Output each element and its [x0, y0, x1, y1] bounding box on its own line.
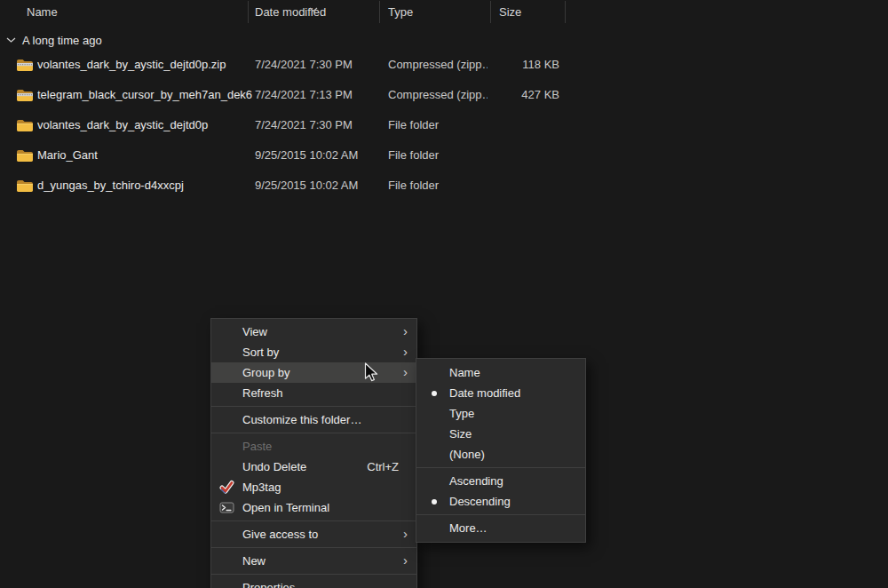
menu-item-label: Refresh	[242, 386, 283, 400]
mp3tag-icon	[219, 480, 234, 495]
radio-bullet-icon	[432, 391, 437, 396]
menu-item-label: Give access to	[242, 528, 318, 541]
menu-item-label: Ascending	[449, 474, 503, 488]
menu-item-descending[interactable]: Descending	[416, 491, 585, 512]
file-type: File folder	[388, 110, 488, 140]
group-header-label: A long time ago	[22, 34, 102, 47]
menu-separator	[416, 514, 585, 515]
menu-item-new[interactable]: New›	[211, 551, 416, 571]
group-by-submenu: NameDate modifiedTypeSize(None)Ascending…	[416, 358, 586, 543]
file-row[interactable]: telegram_black_cursor_by_meh7an_dek6…7/2…	[0, 80, 888, 110]
menu-item-label: Sort by	[242, 346, 279, 359]
file-row[interactable]: volantes_dark_by_aystic_dejtd0p7/24/2021…	[0, 110, 888, 140]
file-size: 118 KB	[491, 50, 559, 80]
menu-item-group-by[interactable]: Group by›	[211, 362, 416, 383]
menu-item-label: Type	[449, 407, 474, 420]
menu-item-label: Group by	[242, 366, 289, 379]
menu-item-label: Customize this folder…	[242, 413, 361, 426]
radio-bullet-icon	[432, 499, 437, 505]
menu-item-label: Date modified	[449, 386, 520, 400]
menu-shortcut: Ctrl+Z	[367, 457, 399, 477]
group-header[interactable]: A long time ago	[6, 30, 102, 50]
menu-separator	[211, 433, 416, 433]
column-header-size[interactable]: Size	[491, 1, 566, 23]
group-collapse-chevron-icon[interactable]	[6, 37, 16, 43]
zip-folder-icon	[16, 88, 34, 102]
folder-icon	[16, 118, 34, 132]
zip-folder-icon	[16, 58, 34, 72]
menu-item-label: New	[242, 554, 266, 568]
column-header-type[interactable]: Type	[380, 1, 491, 23]
file-date: 7/24/2021 7:30 PM	[255, 110, 375, 140]
terminal-icon	[219, 500, 234, 515]
folder-icon	[16, 179, 34, 193]
menu-item-size[interactable]: Size	[416, 424, 585, 444]
file-type: Compressed (zipp…	[388, 50, 488, 80]
menu-item-label: View	[242, 325, 267, 338]
file-row[interactable]: volantes_dark_by_aystic_dejtd0p.zip7/24/…	[0, 50, 888, 80]
menu-item-label: More…	[449, 521, 488, 535]
folder-icon	[16, 148, 34, 163]
menu-separator	[211, 547, 416, 548]
menu-item-label: Properties	[242, 581, 295, 588]
menu-item-undo-delete[interactable]: Undo DeleteCtrl+Z	[211, 457, 416, 477]
menu-item-label: Size	[449, 427, 472, 441]
menu-item-give-access-to[interactable]: Give access to›	[211, 524, 416, 544]
menu-item-paste: Paste	[211, 436, 416, 457]
menu-item-label: Name	[449, 366, 480, 379]
file-explorer-window: NameDate modifiedTypeSize A long time ag…	[0, 0, 888, 588]
context-menu: View›Sort by›Group by›RefreshCustomize t…	[210, 318, 417, 588]
file-name: volantes_dark_by_aystic_dejtd0p	[37, 110, 252, 140]
menu-item-label: Descending	[449, 495, 511, 508]
file-type: File folder	[388, 171, 488, 201]
menu-separator	[211, 520, 416, 521]
menu-item-none[interactable]: (None)	[416, 444, 585, 465]
menu-item-open-in-terminal[interactable]: Open in Terminal	[211, 497, 416, 518]
file-row[interactable]: d_yungas_by_tchiro-d4xxcpj9/25/2015 10:0…	[0, 171, 888, 201]
file-name: Mario_Gant	[37, 140, 252, 171]
menu-item-label: Open in Terminal	[242, 501, 329, 514]
file-type: File folder	[388, 140, 488, 171]
menu-item-customize-this-folder[interactable]: Customize this folder…	[211, 409, 416, 430]
menu-item-more[interactable]: More…	[416, 518, 585, 538]
file-size: 427 KB	[491, 80, 559, 110]
menu-separator	[211, 406, 416, 407]
sort-descending-chevron-icon	[309, 0, 318, 5]
menu-item-type[interactable]: Type	[416, 403, 585, 424]
column-header-name[interactable]: Name	[0, 1, 249, 23]
menu-item-sort-by[interactable]: Sort by›	[211, 342, 416, 362]
menu-item-date-modified[interactable]: Date modified	[416, 383, 585, 403]
menu-item-label: Mp3tag	[242, 481, 281, 494]
submenu-arrow-icon: ›	[403, 362, 408, 382]
menu-item-properties[interactable]: Properties	[211, 577, 416, 588]
menu-item-label: Undo Delete	[242, 460, 306, 473]
submenu-arrow-icon: ›	[403, 322, 408, 341]
menu-item-refresh[interactable]: Refresh	[211, 383, 416, 403]
file-name: telegram_black_cursor_by_meh7an_dek6…	[37, 80, 252, 110]
menu-item-name[interactable]: Name	[416, 362, 585, 383]
file-date: 9/25/2015 10:02 AM	[255, 171, 375, 201]
file-type: Compressed (zipp…	[388, 80, 488, 110]
menu-separator	[416, 467, 585, 468]
file-name: volantes_dark_by_aystic_dejtd0p.zip	[37, 50, 252, 80]
file-date: 7/24/2021 7:13 PM	[255, 80, 375, 110]
column-headers: NameDate modifiedTypeSize	[0, 0, 888, 24]
file-name: d_yungas_by_tchiro-d4xxcpj	[37, 171, 252, 201]
menu-separator	[211, 574, 416, 575]
file-date: 7/24/2021 7:30 PM	[255, 50, 375, 80]
submenu-arrow-icon: ›	[403, 524, 408, 544]
menu-item-label: Paste	[242, 440, 272, 453]
file-date: 9/25/2015 10:02 AM	[255, 140, 375, 171]
submenu-arrow-icon: ›	[403, 342, 408, 362]
submenu-arrow-icon: ›	[403, 551, 408, 570]
file-row[interactable]: Mario_Gant9/25/2015 10:02 AMFile folder	[0, 140, 888, 171]
menu-item-label: (None)	[449, 448, 485, 461]
menu-item-view[interactable]: View›	[211, 322, 416, 342]
menu-item-mp3tag[interactable]: Mp3tag	[211, 477, 416, 497]
menu-item-ascending[interactable]: Ascending	[416, 471, 585, 491]
